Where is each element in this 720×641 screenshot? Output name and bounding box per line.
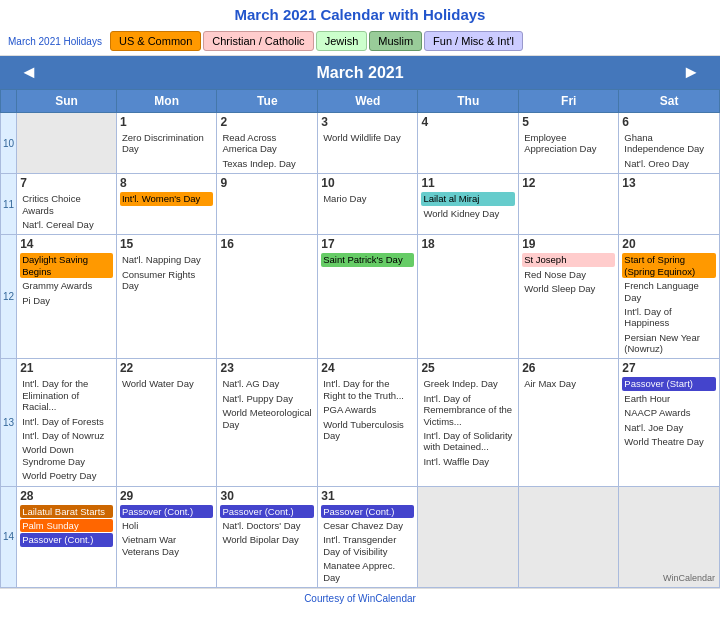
day-number: 22	[120, 361, 214, 375]
tab-us-common[interactable]: US & Common	[110, 31, 201, 51]
event: Nat'l. AG Day	[220, 377, 314, 390]
table-row: 11 7 Critics Choice Awards Nat'l. Cereal…	[1, 174, 720, 235]
calendar-day: 24 Int'l. Day for the Right to the Truth…	[318, 359, 418, 486]
day-number: 30	[220, 489, 314, 503]
event: Texas Indep. Day	[220, 157, 314, 170]
tab-jewish[interactable]: Jewish	[316, 31, 368, 51]
calendar-day: 3 World Wildlife Day	[318, 113, 418, 174]
event: Int'l. Day of Solidarity with Detained..…	[421, 429, 515, 454]
day-number: 20	[622, 237, 716, 251]
event: Air Max Day	[522, 377, 615, 390]
event: French Language Day	[622, 279, 716, 304]
calendar-day: 31 Passover (Cont.) Cesar Chavez Day Int…	[318, 486, 418, 587]
event: Ghana Independence Day	[622, 131, 716, 156]
header-sat: Sat	[619, 90, 720, 113]
header-thu: Thu	[418, 90, 519, 113]
event: Daylight Saving Begins	[20, 253, 113, 278]
day-number: 23	[220, 361, 314, 375]
tab-fun[interactable]: Fun / Misc & Int'l	[424, 31, 523, 51]
calendar-day: 13	[619, 174, 720, 235]
calendar-day: 4	[418, 113, 519, 174]
calendar-day	[17, 113, 117, 174]
event: World Theatre Day	[622, 435, 716, 448]
table-row: 10 1 Zero Discrimination Day 2 Read Acro…	[1, 113, 720, 174]
event: Passover (Cont.)	[321, 505, 414, 518]
day-number: 1	[120, 115, 214, 129]
calendar-day: 21 Int'l. Day for the Elimination of Rac…	[17, 359, 117, 486]
day-number: 29	[120, 489, 214, 503]
day-number: 25	[421, 361, 515, 375]
week-number: 14	[1, 486, 17, 587]
event: Nat'l. Joe Day	[622, 421, 716, 434]
calendar-day: 29 Passover (Cont.) Holi Vietnam War Vet…	[116, 486, 217, 587]
day-number: 6	[622, 115, 716, 129]
day-number: 21	[20, 361, 113, 375]
calendar-day: 11 Lailat al Miraj World Kidney Day	[418, 174, 519, 235]
page-header: March 2021 Calendar with Holidays	[0, 0, 720, 27]
event: Zero Discrimination Day	[120, 131, 214, 156]
calendar-day: 6 Ghana Independence Day Nat'l. Oreo Day	[619, 113, 720, 174]
event: Int'l. Women's Day	[120, 192, 214, 205]
event: Int'l. Day for the Right to the Truth...	[321, 377, 414, 402]
event: Int'l. Day of Happiness	[622, 305, 716, 330]
header-sun: Sun	[17, 90, 117, 113]
calendar-day: 1 Zero Discrimination Day	[116, 113, 217, 174]
event: Passover (Cont.)	[20, 533, 113, 546]
day-number: 10	[321, 176, 414, 190]
calendar-day	[418, 486, 519, 587]
event: PGA Awards	[321, 403, 414, 416]
calendar-nav: ◄ March 2021 ►	[0, 56, 720, 89]
event: Passover (Cont.)	[120, 505, 214, 518]
calendar-day: 7 Critics Choice Awards Nat'l. Cereal Da…	[17, 174, 117, 235]
filter-tabs: US & Common Christian / Catholic Jewish …	[110, 31, 523, 51]
event: Consumer Rights Day	[120, 268, 214, 293]
calendar-day: 30 Passover (Cont.) Nat'l. Doctors' Day …	[217, 486, 318, 587]
day-number: 9	[220, 176, 314, 190]
calendar-day: 9	[217, 174, 318, 235]
event: NAACP Awards	[622, 406, 716, 419]
event: Int'l. Day for the Elimination of Racial…	[20, 377, 113, 413]
event: Int'l. Day of Remembrance of the Victims…	[421, 392, 515, 428]
filter-bar: March 2021 Holidays US & Common Christia…	[0, 27, 720, 56]
day-number: 11	[421, 176, 515, 190]
event: Int'l. Waffle Day	[421, 455, 515, 468]
day-number: 27	[622, 361, 716, 375]
event: Red Nose Day	[522, 268, 615, 281]
event: Mario Day	[321, 192, 414, 205]
event: Persian New Year (Nowruz)	[622, 331, 716, 356]
week-num-header	[1, 90, 17, 113]
calendar-day: WinCalendar	[619, 486, 720, 587]
event: Passover (Start)	[622, 377, 716, 390]
calendar-day: 23 Nat'l. AG Day Nat'l. Puppy Day World …	[217, 359, 318, 486]
event: World Kidney Day	[421, 207, 515, 220]
day-number: 31	[321, 489, 414, 503]
next-month-button[interactable]: ►	[672, 62, 710, 83]
event: Earth Hour	[622, 392, 716, 405]
event: Pi Day	[20, 294, 113, 307]
event: World Meteorological Day	[220, 406, 314, 431]
event: World Bipolar Day	[220, 533, 314, 546]
day-number: 12	[522, 176, 615, 190]
calendar-day: 2 Read Across America Day Texas Indep. D…	[217, 113, 318, 174]
calendar-day: 16	[217, 235, 318, 359]
event: Nat'l. Oreo Day	[622, 157, 716, 170]
calendar-day: 28 Lailatul Barat Starts Palm Sunday Pas…	[17, 486, 117, 587]
calendar-day: 10 Mario Day	[318, 174, 418, 235]
day-number: 18	[421, 237, 515, 251]
footer-text: Courtesy of WinCalendar	[304, 593, 416, 604]
calendar-day: 22 World Water Day	[116, 359, 217, 486]
tab-muslim[interactable]: Muslim	[369, 31, 422, 51]
event: St Joseph	[522, 253, 615, 266]
event: World Tuberculosis Day	[321, 418, 414, 443]
week-number: 10	[1, 113, 17, 174]
event: Greek Indep. Day	[421, 377, 515, 390]
header-tue: Tue	[217, 90, 318, 113]
event: Int'l. Transgender Day of Visibility	[321, 533, 414, 558]
tab-christian[interactable]: Christian / Catholic	[203, 31, 313, 51]
week-number: 11	[1, 174, 17, 235]
month-title: March 2021	[48, 64, 672, 82]
prev-month-button[interactable]: ◄	[10, 62, 48, 83]
calendar-table: Sun Mon Tue Wed Thu Fri Sat 10 1 Zero Di…	[0, 89, 720, 588]
event: Int'l. Day of Forests	[20, 415, 113, 428]
day-number: 28	[20, 489, 113, 503]
